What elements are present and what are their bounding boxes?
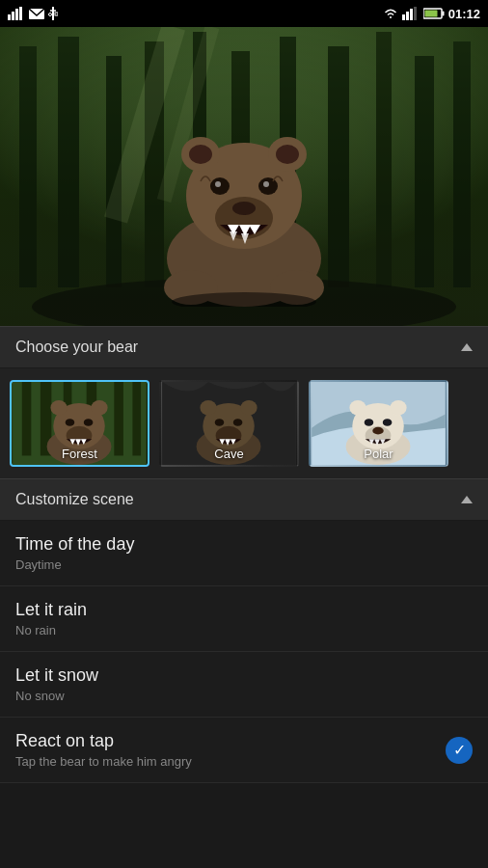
let-it-snow-row[interactable]: Let it snow No snow — [0, 652, 488, 718]
svg-point-87 — [383, 419, 393, 426]
svg-point-75 — [215, 419, 225, 426]
let-it-snow-name: Let it snow — [15, 665, 473, 686]
wifi-icon — [383, 8, 398, 19]
svg-rect-0 — [8, 14, 11, 20]
bear-thumb-forest-label: Forest — [12, 447, 148, 461]
battery-icon — [423, 8, 445, 19]
svg-rect-53 — [22, 382, 32, 455]
svg-point-73 — [200, 400, 216, 415]
svg-rect-14 — [442, 12, 444, 16]
bear-thumb-cave-label: Cave — [161, 447, 297, 461]
svg-rect-57 — [114, 382, 123, 455]
svg-point-85 — [390, 400, 406, 415]
usb-icon — [48, 7, 58, 20]
svg-rect-10 — [406, 12, 409, 20]
time-of-day-value: Daytime — [15, 557, 473, 572]
svg-rect-18 — [19, 46, 37, 287]
react-on-tap-content: React on tap Tap the bear to make him an… — [15, 731, 446, 769]
let-it-rain-row[interactable]: Let it rain No rain — [0, 586, 488, 652]
react-on-tap-checkbox[interactable]: ✓ — [446, 737, 473, 764]
svg-point-41 — [263, 181, 269, 187]
svg-point-64 — [84, 419, 94, 426]
svg-rect-11 — [410, 9, 413, 20]
svg-point-76 — [233, 419, 243, 426]
let-it-rain-content: Let it rain No rain — [15, 600, 473, 637]
status-left-icons — [8, 7, 58, 20]
bear-section-header[interactable]: Choose your bear — [0, 326, 488, 368]
time-of-day-content: Time of the day Daytime — [15, 534, 473, 572]
svg-point-35 — [189, 145, 212, 164]
let-it-rain-name: Let it rain — [15, 600, 473, 620]
status-right-icons: 01:12 — [383, 7, 480, 21]
svg-point-84 — [349, 400, 366, 415]
bear-selector: Forest Cave — [0, 368, 488, 478]
status-bar: 01:12 — [0, 0, 488, 27]
customize-section-title: Customize scene — [15, 491, 134, 508]
bear-section-chevron-icon — [461, 343, 473, 351]
time-of-day-name: Time of the day — [15, 534, 473, 555]
svg-point-37 — [276, 145, 299, 164]
hero-image — [0, 27, 488, 326]
react-on-tap-row[interactable]: React on tap Tap the bear to make him an… — [0, 718, 488, 783]
checkmark-icon: ✓ — [453, 741, 466, 759]
svg-point-8 — [49, 14, 52, 16]
settings-list: Time of the day Daytime Let it rain No r… — [0, 521, 488, 783]
let-it-snow-content: Let it snow No snow — [15, 665, 473, 703]
bear-thumb-cave[interactable]: Cave — [159, 380, 299, 467]
time-of-day-row[interactable]: Time of the day Daytime — [0, 521, 488, 586]
bear-thumb-forest[interactable]: Forest — [10, 380, 149, 467]
mobile-signal-icon — [402, 7, 420, 20]
svg-rect-1 — [12, 12, 14, 20]
svg-point-74 — [240, 400, 257, 415]
bear-thumb-polar[interactable]: Polar — [309, 380, 448, 467]
svg-rect-26 — [376, 32, 392, 287]
bear-image — [114, 104, 374, 307]
svg-point-61 — [50, 400, 67, 415]
svg-rect-15 — [424, 11, 437, 17]
react-on-tap-name: React on tap — [15, 731, 446, 751]
svg-rect-2 — [15, 9, 18, 20]
status-time: 01:12 — [448, 7, 480, 21]
bear-thumb-polar-label: Polar — [311, 447, 447, 461]
svg-rect-3 — [19, 7, 22, 20]
svg-point-63 — [66, 419, 75, 426]
svg-rect-12 — [414, 7, 417, 20]
svg-rect-7 — [55, 13, 58, 15]
bear-section-title: Choose your bear — [15, 339, 138, 356]
svg-point-62 — [91, 400, 107, 415]
react-on-tap-value: Tap the bear to make him angry — [15, 754, 446, 769]
customize-section-chevron-icon — [461, 496, 473, 503]
let-it-rain-value: No rain — [15, 623, 473, 637]
svg-rect-9 — [402, 14, 405, 20]
customize-section-header[interactable]: Customize scene — [0, 478, 488, 521]
email-icon — [29, 9, 44, 19]
svg-rect-19 — [58, 37, 79, 287]
signal-icon — [8, 7, 25, 20]
svg-rect-28 — [453, 41, 471, 287]
let-it-snow-value: No snow — [15, 689, 473, 703]
svg-point-86 — [365, 419, 374, 426]
svg-point-89 — [372, 427, 383, 435]
svg-point-43 — [232, 202, 256, 215]
svg-rect-58 — [132, 382, 141, 455]
svg-rect-27 — [415, 56, 434, 287]
svg-point-40 — [215, 181, 221, 187]
